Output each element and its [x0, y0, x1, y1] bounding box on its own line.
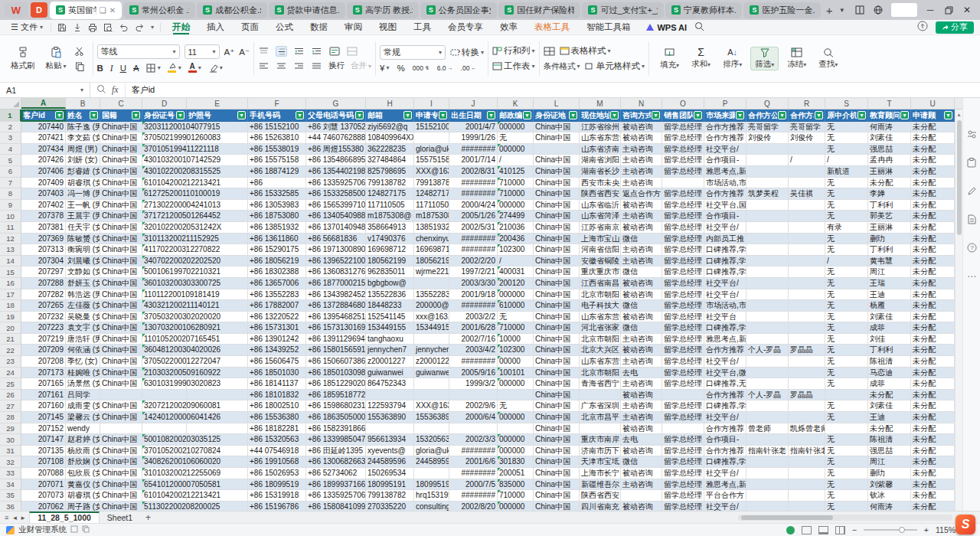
select-all-corner[interactable] — [0, 98, 21, 109]
cell-J2[interactable]: 2001/4/7 — [449, 122, 498, 133]
cell-C19[interactable]: China中国 — [100, 312, 142, 323]
cell-G10[interactable]: +86 1340540988 — [306, 211, 366, 222]
cell-J33[interactable]: ######## — [449, 468, 498, 479]
cell-A36[interactable]: 207062 — [21, 502, 66, 511]
column-header-Q[interactable]: Q — [746, 98, 789, 109]
cell-G21[interactable]: +86 1391129694 — [306, 334, 366, 345]
filter-dropdown-icon[interactable]: ▼ — [403, 111, 412, 119]
cell-R5[interactable]: / — [789, 155, 825, 166]
cell-L7[interactable]: China中国 — [534, 178, 580, 189]
cell-R19[interactable] — [789, 312, 825, 323]
cell-F22[interactable]: +86 13439252 — [248, 345, 306, 356]
cell-I8[interactable]: 124827175 — [414, 188, 449, 200]
cell-K9[interactable]: 000000 — [498, 200, 534, 211]
cell-T24[interactable]: 马恋迪 — [868, 368, 911, 379]
cell-K18[interactable]: 610000 — [498, 300, 534, 312]
cell-M8[interactable]: 陕西省西安 — [580, 188, 621, 200]
cell-R29[interactable]: 凯烁曾老师 — [789, 423, 825, 435]
cell-U26[interactable]: 未分配 — [911, 390, 955, 401]
cell-B17[interactable]: 韩浩远 (男) — [66, 289, 100, 301]
cell-J5[interactable]: 2001/7/14 — [449, 155, 498, 166]
cell-A7[interactable]: 207409 — [21, 178, 66, 189]
cell-R17[interactable] — [789, 289, 825, 301]
cell-N5[interactable]: 主动咨询 — [621, 155, 662, 166]
cell-C3[interactable]: China中国 — [100, 132, 142, 144]
header-cell-R1[interactable]: 合作方名▼ — [789, 109, 825, 122]
cell-J15[interactable]: 1997/2/21 — [449, 266, 498, 278]
header-cell-P1[interactable]: 市场来源▼ — [704, 109, 746, 122]
cell-K2[interactable]: 000000 — [498, 122, 534, 133]
cell-L9[interactable]: China中国 — [534, 200, 580, 211]
cell-K27[interactable]: 无 — [498, 400, 534, 412]
column-header-E[interactable]: E — [187, 98, 248, 109]
cell-I28[interactable]: 155363890 — [414, 412, 449, 423]
column-header-S[interactable]: S — [825, 98, 868, 109]
cell-M23[interactable]: 山东省东营 — [580, 356, 621, 368]
cell-K16[interactable]: 200120 — [498, 278, 534, 289]
cell-I35[interactable]: hrq153199 — [414, 490, 449, 502]
cell-I12[interactable]: chenxinyur — [414, 234, 449, 245]
column-header-I[interactable]: I — [414, 98, 449, 109]
cell-F2[interactable]: +86 15152100 — [248, 122, 306, 133]
align-middle-icon[interactable] — [276, 46, 287, 57]
comma-format-icon[interactable]: 000↯ — [413, 64, 430, 72]
cut-icon[interactable] — [74, 46, 86, 57]
cell-R27[interactable] — [789, 400, 825, 412]
cell-A17[interactable]: 207282 — [21, 289, 66, 301]
cell-S2[interactable]: 无 — [825, 122, 868, 133]
cell-I22[interactable]: jennychen7 — [414, 345, 449, 356]
row-header-3[interactable]: 3 — [0, 132, 21, 144]
cell-S19[interactable]: 无 — [825, 312, 868, 323]
cell-T20[interactable]: 成菲 — [868, 322, 911, 334]
cell-I33[interactable] — [414, 468, 449, 479]
cell-J8[interactable]: ######## — [449, 188, 498, 200]
cell-L12[interactable]: China中国 — [534, 234, 580, 245]
cell-U32[interactable]: 未分配 — [911, 456, 955, 468]
cell-N34[interactable]: 主动咨询 — [621, 479, 662, 491]
worksheet-button[interactable]: 工作表▾ — [492, 60, 535, 72]
cell-S21[interactable]: 无 — [825, 334, 868, 345]
cell-C27[interactable]: China中国 — [100, 400, 142, 412]
menu-tab-视图[interactable]: 视图 — [371, 20, 405, 34]
cell-S34[interactable]: 无 — [825, 479, 868, 491]
cell-T28[interactable]: 王迪 — [868, 412, 911, 423]
cell-U25[interactable]: 未分配 — [911, 378, 955, 390]
cell-H25[interactable]: 864752343 — [366, 378, 414, 390]
header-cell-C1[interactable]: 国籍▼ — [100, 109, 142, 122]
cell-H9[interactable]: 117110505 — [366, 200, 414, 211]
fill-color-button[interactable]: ▾ — [168, 63, 181, 73]
cell-N33[interactable]: 被动咨询 — [621, 468, 662, 479]
cell-F28[interactable]: +86 15536380 — [248, 412, 306, 423]
cell-A2[interactable]: 207440 — [21, 122, 66, 133]
cell-T16[interactable]: 王瑞 — [868, 278, 911, 289]
cell-R31[interactable]: 指南针张老 — [789, 446, 825, 457]
header-cell-L1[interactable]: 身份证地▼ — [534, 109, 580, 122]
cell-I29[interactable] — [414, 423, 449, 435]
cell-D35[interactable]: 610104200212213421 — [142, 490, 187, 502]
row-header-15[interactable]: 15 — [0, 266, 21, 278]
header-cell-G1[interactable]: 父母电话号码▼ — [306, 109, 366, 122]
cell-J29[interactable] — [449, 423, 498, 435]
cell-U6[interactable]: 未分配 — [911, 166, 955, 178]
cell-Q15[interactable] — [746, 266, 789, 278]
cell-Q26[interactable]: 个人-罗晶 — [746, 390, 789, 401]
cell-H8[interactable]: 124827175 — [366, 188, 414, 200]
cell-H19[interactable]: 152541145 — [366, 312, 414, 323]
cell-A32[interactable]: 207108 — [21, 456, 66, 468]
filter-dropdown-icon[interactable]: ▼ — [176, 111, 185, 119]
column-header-O[interactable]: O — [662, 98, 704, 109]
cell-P6[interactable]: 雅思考点,新 — [704, 166, 746, 178]
cell-R13[interactable] — [789, 244, 825, 256]
cell-P24[interactable]: 社交平台,微 — [704, 368, 746, 379]
cell-L23[interactable]: China中国 — [534, 356, 580, 368]
cell-L10[interactable]: China中国 — [534, 211, 580, 222]
cell-F30[interactable]: +86 15320563 — [248, 434, 306, 446]
page-break-view-icon[interactable] — [835, 526, 845, 534]
row-header-4[interactable]: 4 — [0, 144, 21, 155]
cell-O19[interactable]: 留学总经理 — [662, 312, 704, 323]
row-header-35[interactable]: 35 — [0, 490, 21, 502]
cell-M25[interactable]: 青海省西宁 — [580, 378, 621, 390]
cell-G35[interactable]: +86 1335925706 — [306, 490, 366, 502]
cell-D12[interactable]: 310113200211152925 — [142, 234, 187, 245]
cell-S29[interactable] — [825, 423, 868, 435]
